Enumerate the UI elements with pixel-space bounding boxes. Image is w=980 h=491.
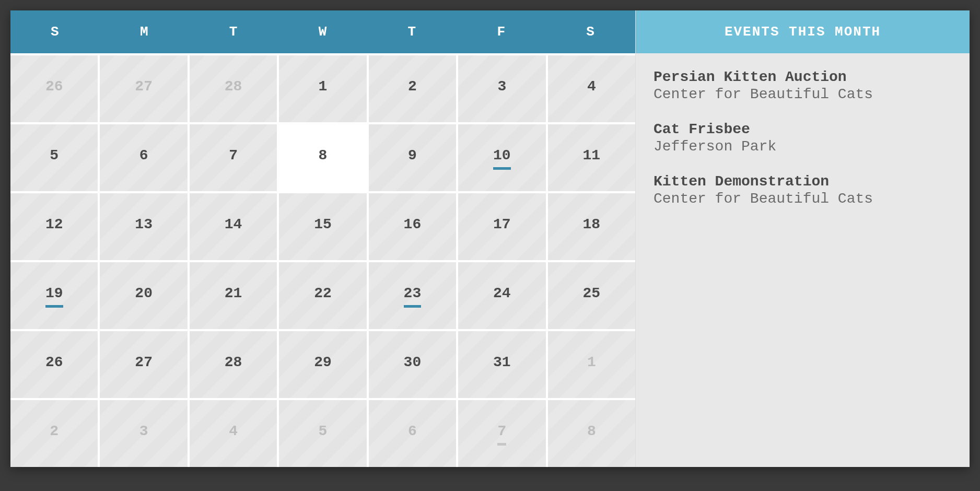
calendar-app: SMTWTFS 26272812345678910111213141516171… [10,10,970,467]
day-number: 28 [225,78,242,100]
day-cell[interactable]: 2 [10,400,98,467]
day-cell[interactable]: 13 [100,193,187,260]
day-cell[interactable]: 6 [100,124,187,191]
day-number: 27 [135,354,153,376]
day-number: 14 [225,216,242,238]
day-cell[interactable]: 17 [458,193,545,260]
day-cell[interactable]: 20 [100,262,187,329]
day-number: 6 [408,423,417,445]
day-cell[interactable]: 14 [190,193,277,260]
day-cell[interactable]: 29 [279,331,366,398]
day-cell[interactable]: 3 [100,400,187,467]
day-number: 1 [319,78,328,100]
day-cell[interactable]: 21 [190,262,277,329]
day-cell[interactable]: 12 [10,193,98,260]
day-cell[interactable]: 6 [369,400,456,467]
day-cell[interactable]: 26 [10,55,98,122]
day-cell[interactable]: 9 [369,124,456,191]
day-number: 30 [404,354,422,376]
day-cell[interactable]: 3 [458,55,545,122]
day-cell[interactable]: 27 [100,55,187,122]
weekday-label: F [457,10,546,53]
day-cell[interactable]: 10 [458,124,545,191]
day-cell[interactable]: 8 [548,400,635,467]
day-number: 15 [314,216,332,238]
day-number: 4 [587,78,596,100]
day-number: 3 [497,78,506,100]
day-cell[interactable]: 7 [190,124,277,191]
day-cell[interactable]: 28 [190,331,277,398]
day-cell[interactable]: 4 [548,55,635,122]
day-number: 1 [587,354,596,376]
day-cell[interactable]: 4 [190,400,277,467]
day-cell[interactable]: 5 [10,124,98,191]
event-title: Kitten Demonstration [654,173,952,190]
day-cell[interactable]: 24 [458,262,545,329]
event-location: Center for Beautiful Cats [654,191,952,207]
event-location: Jefferson Park [654,138,952,155]
weekday-label: T [367,10,457,53]
day-cell[interactable]: 27 [100,331,187,398]
day-number: 26 [45,354,63,376]
day-cell[interactable]: 23 [369,262,456,329]
event-item[interactable]: Kitten DemonstrationCenter for Beautiful… [654,173,952,207]
day-number: 5 [319,423,328,445]
weekday-label: S [10,10,100,53]
day-cell[interactable]: 2 [369,55,456,122]
event-item[interactable]: Persian Kitten AuctionCenter for Beautif… [654,69,952,102]
day-cell[interactable]: 25 [548,262,635,329]
day-cell[interactable]: 28 [190,55,277,122]
day-number: 24 [493,285,511,307]
day-number: 10 [493,147,511,169]
day-number: 2 [50,423,59,445]
day-cell[interactable]: 7 [458,400,545,467]
day-number: 21 [225,285,242,307]
event-title: Persian Kitten Auction [654,69,952,85]
day-cell[interactable]: 15 [279,193,366,260]
events-sidebar-header: EVENTS THIS MONTH [636,10,970,53]
day-number: 12 [45,216,63,238]
day-number: 16 [404,216,422,238]
day-number: 23 [404,285,422,307]
day-number: 18 [582,216,600,238]
day-cell[interactable]: 22 [279,262,366,329]
calendar-panel: SMTWTFS 26272812345678910111213141516171… [10,10,635,467]
day-cell[interactable]: 1 [548,331,635,398]
weekday-label: M [100,10,189,53]
day-number: 22 [314,285,332,307]
weekday-label: W [278,10,368,53]
day-number: 25 [582,285,600,307]
event-item[interactable]: Cat FrisbeeJefferson Park [654,121,952,155]
day-cell[interactable]: 18 [548,193,635,260]
day-number: 28 [225,354,242,376]
day-cell[interactable]: 26 [10,331,98,398]
day-cell[interactable]: 19 [10,262,98,329]
day-number: 29 [314,354,332,376]
day-number: 7 [229,147,238,169]
day-cell[interactable]: 5 [279,400,366,467]
day-number: 8 [587,423,596,445]
day-number: 8 [319,147,328,169]
day-number: 4 [229,423,238,445]
day-cell[interactable]: 11 [548,124,635,191]
weekday-header: SMTWTFS [10,10,635,53]
event-title: Cat Frisbee [654,121,952,137]
day-number: 27 [135,78,153,100]
day-number: 26 [45,78,63,100]
weekday-label: T [189,10,278,53]
day-cell[interactable]: 8 [279,124,366,191]
day-number: 31 [493,354,511,376]
day-number: 19 [45,285,63,307]
day-cell[interactable]: 1 [279,55,366,122]
day-number: 13 [135,216,153,238]
day-number: 9 [408,147,417,169]
day-cell[interactable]: 30 [369,331,456,398]
day-number: 17 [493,216,511,238]
day-cell[interactable]: 31 [458,331,545,398]
events-list: Persian Kitten AuctionCenter for Beautif… [636,53,970,241]
day-number: 2 [408,78,417,100]
day-cell[interactable]: 16 [369,193,456,260]
day-number: 20 [135,285,153,307]
calendar-grid: 2627281234567891011121314151617181920212… [10,53,635,467]
day-number: 6 [139,147,148,169]
